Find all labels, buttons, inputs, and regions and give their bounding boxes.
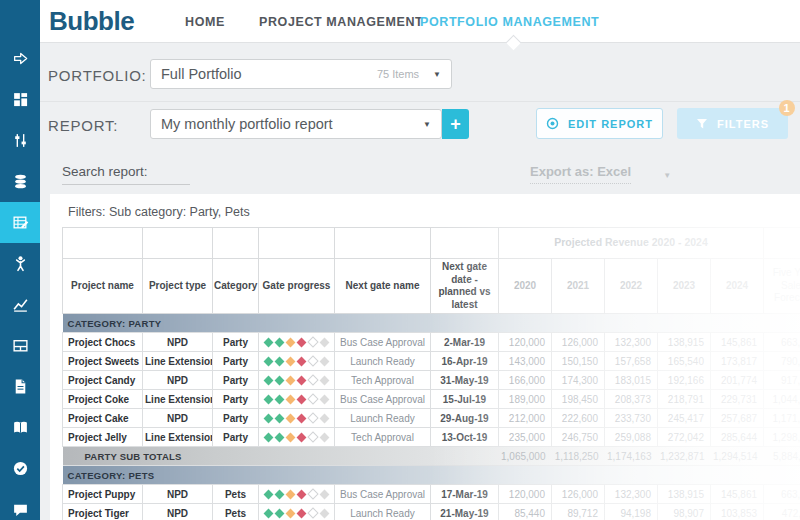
sidebar-item-layout[interactable] [0,325,40,366]
bubble-logo: Bubble [49,6,134,37]
cell-next-gate-name: Launch Ready [335,352,431,371]
edit-report-label: EDIT REPORT [568,118,653,130]
gate-diamond-red [297,337,307,347]
category-row[interactable]: CATEGORY: PARTY [63,314,800,333]
cell-gate-progress [259,428,335,447]
cell-revenue-five-year: 917,255 [764,371,800,390]
sidebar-item-dashboard[interactable] [0,79,40,120]
export-label: Export as: Excel [530,164,631,184]
gate-diamond-empty [307,431,318,442]
table-row[interactable]: Project SweetsLine ExtensionPartyLaunch … [63,352,800,371]
sidebar-item-line-chart[interactable] [0,284,40,325]
table-row[interactable]: Project ChocsNPDPartyBus Case Approval2-… [63,333,800,352]
subtotal-label: PARTY SUB TOTALS [63,447,499,466]
header-spacer-cell [335,228,431,259]
cell-project-name: Project Jelly [63,428,143,447]
sidebar-item-document[interactable] [0,366,40,407]
cell-revenue-2020: 189,000 [499,390,552,409]
gate-diamond-gray [320,508,330,518]
chevron-down-icon: ▼ [663,171,671,184]
cell-project-name: Project Candy [63,371,143,390]
cell-revenue-2020: 143,000 [499,352,552,371]
nav-tab-portfolio-management[interactable]: PORTFOLIO MANAGEMENT [420,15,599,29]
gate-diamond-green [264,356,274,366]
table-row[interactable]: Project CokeLine ExtensionPartyBus Case … [63,390,800,409]
category-row[interactable]: CATEGORY: PETS [63,466,800,485]
sidebar-item-sliders[interactable] [0,120,40,161]
gate-diamond-empty [307,374,318,385]
cell-revenue-2024: 257,687 [711,409,764,428]
table-row[interactable]: Project CandyNPDPartyTech Approval31-May… [63,371,800,390]
cell-revenue-2023: 138,915 [658,485,711,504]
table-row[interactable]: Project JellyLine ExtensionPartyTech App… [63,428,800,447]
cell-revenue-2024: 229,731 [711,390,764,409]
cell-revenue-2020: 120,000 [499,485,552,504]
cell-next-gate-name: Tech Approval [335,371,431,390]
cell-project-type: NPD [143,409,213,428]
gate-diamond-empty [307,393,318,404]
cell-revenue-2023: 245,417 [658,409,711,428]
cell-revenue-2024: 103,853 [711,504,764,520]
filters-button[interactable]: FILTERS 1 [677,108,788,139]
cell-category: Party [213,409,259,428]
sidebar-item-book[interactable] [0,407,40,448]
cell-gate-progress [259,409,335,428]
cell-revenue-2023: 192,166 [658,371,711,390]
filters-label: FILTERS [717,118,769,130]
gate-diamond-green [275,375,285,385]
sidebar-item-check-circle[interactable] [0,448,40,489]
column-header-9: 2022 [605,259,658,314]
search-report-input[interactable]: Search report: [62,164,190,185]
report-grid-icon [12,214,29,231]
gate-diamond-empty [307,355,318,366]
cell-revenue-2022: 233,730 [605,409,658,428]
gate-diamond-red [297,356,307,366]
subtotal-value-2022: 1,174,163 [605,447,658,466]
column-header-2: Project type [143,259,213,314]
gate-diamond-orange [286,413,296,423]
report-panel: Filters: Sub category: Party, Pets Proje… [50,194,800,520]
cell-project-type: NPD [143,504,213,520]
cell-revenue-2021: 126,000 [552,333,605,352]
nav-tab-project-management[interactable]: PROJECT MANAGEMENT [259,15,423,29]
add-report-button[interactable]: + [442,109,469,139]
cell-revenue-five-year: 663,076 [764,485,800,504]
portfolio-label: PORTFOLIO: [48,67,147,84]
table-row[interactable]: Project PuppyNPDPetsBus Case Approval17-… [63,485,800,504]
gate-diamond-gray [320,375,330,385]
edit-report-button[interactable]: EDIT REPORT [536,108,663,139]
gate-diamond-empty [307,336,318,347]
gate-diamond-orange [286,394,296,404]
cell-category: Party [213,371,259,390]
cell-revenue-2024: 145,861 [711,485,764,504]
category-label: CATEGORY: PARTY [63,314,800,333]
report-dropdown[interactable]: My monthly portfolio report ▼ [150,109,442,139]
filters-count-badge: 1 [779,100,795,116]
sidebar-item-gates-stack[interactable] [0,161,40,202]
cell-revenue-2020: 235,000 [499,428,552,447]
portfolio-items-count: 75 Items [377,68,419,80]
cell-revenue-2021: 222,600 [552,409,605,428]
cell-revenue-2022: 94,198 [605,504,658,520]
chevron-down-icon: ▼ [433,70,441,79]
subtotal-value-2020: 1,065,000 [499,447,552,466]
sidebar-item-champion[interactable] [0,243,40,284]
cell-revenue-2021: 198,450 [552,390,605,409]
portfolio-dropdown[interactable]: Full Portfolio 75 Items ▼ [150,59,452,89]
table-row[interactable]: Project CakeNPDPartyLaunch Ready29-Aug-1… [63,409,800,428]
sidebar-item-arrow-right[interactable] [0,38,40,79]
nav-tab-home[interactable]: HOME [185,15,225,29]
cell-next-gate-date: 29-Aug-19 [431,409,499,428]
cell-next-gate-name: Launch Ready [335,409,431,428]
report-selected-value: My monthly portfolio report [161,116,333,132]
cell-gate-progress [259,390,335,409]
report-label: REPORT: [48,117,118,134]
gate-diamond-green [264,413,274,423]
table-row[interactable]: Project TigerNPDPetsLaunch Ready21-May-1… [63,504,800,520]
column-header-4: Gate progress [259,259,335,314]
sidebar-item-report-grid[interactable] [0,202,40,243]
cell-gate-progress [259,485,335,504]
sidebar-item-chat[interactable] [0,489,40,520]
export-dropdown[interactable]: Export as: Excel ▼ [530,164,671,184]
gate-diamond-gray [320,394,330,404]
